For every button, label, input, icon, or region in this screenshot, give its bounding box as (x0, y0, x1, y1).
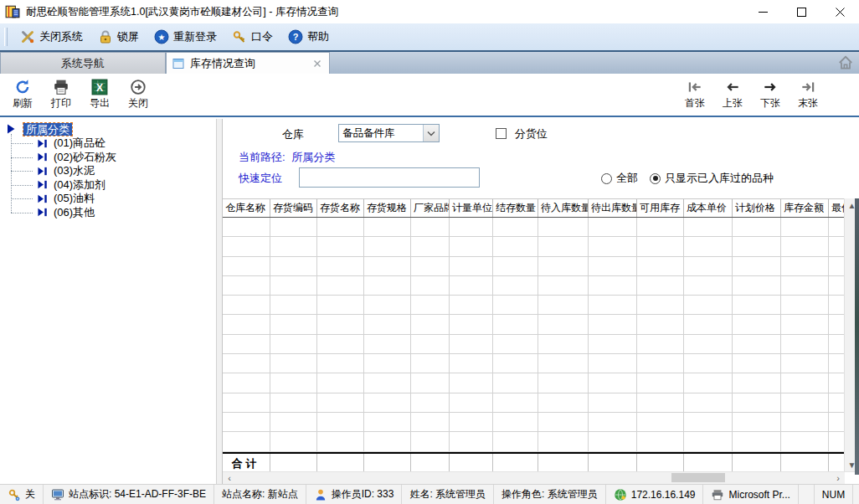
grid-cell (589, 315, 637, 334)
query-pane: 仓库 备品备件库 分货位 当前路径: 所属分类 快速定位 (223, 119, 859, 484)
close-view-button[interactable]: 关闭 (121, 77, 156, 112)
grid-header-row: 仓库名称存货编码存货名称存货规格厂家品牌计量单位结存数量待入库数量待出库数量可用… (223, 199, 844, 218)
grid-cell (684, 218, 733, 237)
close-view-icon (130, 79, 147, 95)
operator-role: 操作角色: 系统管理员 (494, 485, 606, 504)
radio-all-circle[interactable] (601, 173, 612, 184)
trailing (853, 485, 859, 504)
grid-cell (450, 257, 493, 276)
tree-item-label: (03)水泥 (54, 163, 95, 178)
tree-item-4[interactable]: (04)添加剂 (11, 178, 216, 193)
column-header[interactable]: 计量单位 (450, 199, 493, 217)
grid-cell (829, 335, 844, 354)
num-lock: NUM (815, 485, 853, 504)
grid-row (223, 354, 844, 373)
column-header[interactable]: 仓库名称 (223, 199, 270, 217)
tree-item-6[interactable]: (06)其他 (11, 206, 216, 220)
column-header[interactable]: 结存数量 (493, 199, 538, 217)
tree-item-2[interactable]: (02)砂石粉灰 (11, 151, 216, 165)
quick-locate-input[interactable] (299, 167, 480, 188)
tab-inventory-query[interactable]: 库存情况查询 (166, 52, 330, 74)
column-header[interactable]: 成本单价 (684, 199, 733, 217)
summary-cell (538, 454, 589, 471)
summary-cell (781, 454, 829, 471)
horizontal-scroll-thumb[interactable] (671, 473, 725, 482)
last-page-button[interactable]: 末张 (790, 77, 826, 112)
print-button[interactable]: 打印 (44, 77, 79, 112)
split-location-checkbox[interactable] (496, 128, 507, 139)
radio-instock[interactable]: 只显示已入库过的品种 (650, 171, 774, 186)
scroll-left-icon[interactable]: ‹ (223, 472, 236, 484)
grid-row (223, 373, 844, 393)
grid-cell (684, 237, 733, 256)
column-header[interactable]: 计划价格 (733, 199, 781, 217)
help-button[interactable]: ?帮助 (282, 27, 335, 47)
column-header[interactable]: 厂家品牌 (411, 199, 450, 217)
grid-cell (538, 432, 589, 451)
lock-screen-button[interactable]: 锁屏 (92, 27, 145, 47)
close-system-button[interactable]: 关闭系统 (14, 27, 89, 47)
tab-system-nav[interactable]: 系统导航 (0, 52, 166, 74)
horizontal-scroll-track[interactable] (236, 472, 831, 484)
prev-page-button[interactable]: 上张 (715, 77, 750, 112)
default-printer: Microsoft Pr... (703, 485, 798, 504)
grid-cell (637, 393, 684, 413)
tab-close-icon[interactable] (311, 57, 324, 70)
column-header[interactable]: 可用库存 (637, 199, 684, 217)
grid-cell (223, 432, 270, 451)
next-page-icon (762, 79, 779, 95)
grid-cell (733, 413, 781, 432)
refresh-button[interactable]: 刷新 (5, 77, 40, 112)
relogin-button[interactable]: ★重新登录 (148, 27, 223, 47)
maximize-button[interactable] (782, 0, 820, 23)
tree-item-3[interactable]: (03)水泥 (11, 164, 216, 178)
column-header[interactable]: 待出库数量 (589, 199, 637, 217)
next-page-button[interactable]: 下张 (753, 77, 788, 112)
column-header[interactable]: 存货规格 (364, 199, 411, 217)
home-icon[interactable] (837, 54, 854, 71)
grid-body[interactable] (223, 218, 844, 452)
refresh-icon (14, 79, 31, 95)
content-area: 所属分类 (01)商品砼(02)砂石粉灰(03)水泥(04)添加剂(05)油料(… (0, 119, 859, 484)
grid-cell (684, 413, 733, 432)
minimize-button[interactable] (743, 0, 782, 23)
radio-instock-circle[interactable] (650, 173, 661, 184)
grid-cell (411, 257, 450, 276)
export-button[interactable]: X导出 (82, 77, 117, 112)
toolbar-button-label: 重新登录 (173, 29, 217, 44)
horizontal-scrollbar[interactable]: ‹ › (223, 471, 859, 484)
column-header[interactable]: 待入库数量 (538, 199, 589, 217)
tree-item-1[interactable]: (01)商品砼 (11, 136, 216, 151)
toolbar-button-label: 口令 (251, 29, 273, 44)
split-location-field[interactable]: 分货位 (496, 126, 548, 141)
scroll-right-icon[interactable]: › (831, 472, 845, 484)
splitter[interactable] (216, 119, 223, 484)
chevron-down-icon[interactable] (423, 125, 439, 141)
tree-item-5[interactable]: (05)油料 (11, 192, 216, 206)
grid-cell (317, 373, 364, 393)
first-page-icon (687, 79, 703, 95)
first-page-button[interactable]: 首张 (677, 77, 712, 112)
grid-cell (364, 432, 411, 451)
grid-cell (733, 335, 781, 354)
column-header[interactable]: 存货名称 (317, 199, 364, 217)
spacer (799, 485, 815, 504)
grid-cell (733, 432, 781, 451)
grid-cell (684, 354, 733, 373)
radio-all[interactable]: 全部 (601, 171, 638, 186)
column-header[interactable]: 存货编码 (270, 199, 317, 217)
tree-root-category[interactable]: 所属分类 (0, 121, 216, 136)
status-text: 姓名: 系统管理员 (409, 487, 486, 501)
password-button[interactable]: 口令 (226, 27, 279, 47)
grid-cell (364, 237, 411, 256)
close-button[interactable] (820, 0, 859, 23)
grid-cell (781, 432, 829, 451)
status-text: 172.16.16.149 (631, 489, 696, 501)
column-header[interactable]: 最低储 (829, 199, 844, 217)
warehouse-select[interactable]: 备品备件库 (338, 124, 440, 142)
grid-cell (493, 393, 538, 413)
column-header[interactable]: 库存金额 (781, 199, 829, 217)
password-icon (232, 29, 247, 44)
grid-cell (493, 335, 538, 354)
grid-cell (538, 413, 589, 432)
